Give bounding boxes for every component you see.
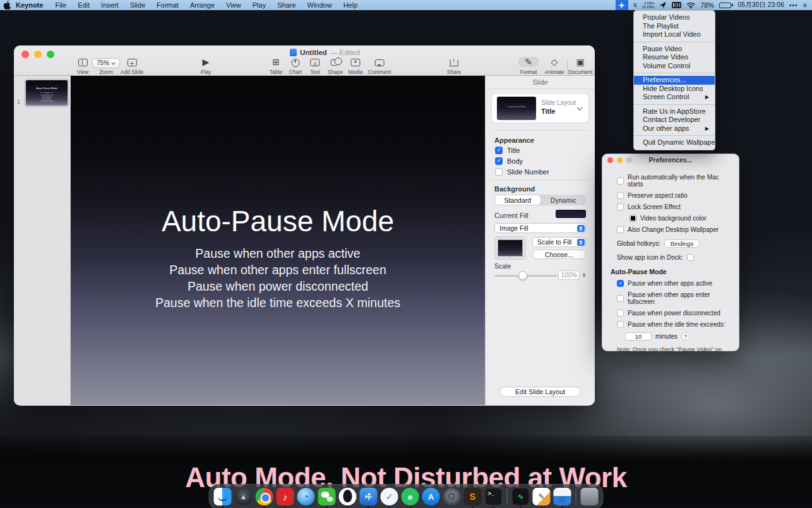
menu-item-pause-video[interactable]: Pause Video [634, 45, 715, 54]
checkbox-pause-fullscreen[interactable] [617, 295, 624, 302]
menu-help[interactable]: Help [338, 0, 364, 10]
menu-clock[interactable]: 05月30日 23:06 [738, 1, 785, 9]
menu-item-the-playlist[interactable]: The Playlist [634, 22, 715, 31]
toolbar-add-slide[interactable]: Add Slide [121, 57, 143, 75]
dock-ticktick-icon[interactable]: ✓ [381, 488, 398, 505]
dock-chrome-icon[interactable] [256, 488, 273, 505]
pref-run-at-start[interactable]: Run automatically when the Mac starts [617, 174, 732, 188]
dock-netease-music-icon[interactable]: ♪ [277, 488, 294, 505]
menu-item-volume-control[interactable]: Volume Control [634, 62, 715, 71]
segment-dynamic[interactable]: Dynamic [541, 195, 587, 205]
menu-share[interactable]: Share [272, 0, 301, 10]
scale-mode-select[interactable]: Scale to Fill [532, 237, 586, 247]
close-button[interactable] [607, 157, 613, 163]
checkbox-body-box[interactable] [495, 157, 503, 165]
checkbox-pause-idle[interactable] [617, 321, 624, 328]
color-well[interactable] [630, 215, 636, 222]
dock-wechat-icon[interactable] [318, 488, 336, 505]
zoom-button[interactable] [47, 51, 54, 58]
checkbox-dock-icon[interactable] [687, 254, 694, 261]
toolbar-table[interactable]: ⊞ Table [270, 57, 282, 75]
menu-edit[interactable]: Edit [72, 0, 95, 10]
menu-insert[interactable]: Insert [95, 0, 124, 10]
dock-system-preferences-icon[interactable]: ⚙ [443, 488, 461, 505]
checkbox-lock-screen-effect[interactable] [617, 203, 624, 210]
scale-value-field[interactable] [558, 270, 580, 280]
slide-layout-card[interactable]: Lorem Ipsum Dolor Slide Layout Title [491, 93, 589, 123]
inspector-tab-slide[interactable]: Slide [486, 76, 595, 89]
image-fill-well[interactable] [494, 236, 526, 260]
toolbar-view[interactable]: View [77, 57, 88, 75]
pref-pause-idle[interactable]: Pause when the idle time exceeds: [617, 321, 732, 328]
dock-text-editor-icon[interactable]: ✎ [533, 488, 551, 505]
pref-pause-power[interactable]: Pause when power disconnected [617, 310, 732, 317]
menu-arrange[interactable]: Arrange [184, 0, 220, 10]
dock-terminal-icon[interactable]: >_ [485, 488, 503, 505]
apple-menu-icon[interactable] [0, 1, 14, 9]
menu-format[interactable]: Format [151, 0, 184, 10]
minimize-button[interactable] [617, 157, 623, 163]
menu-item-import-local-video[interactable]: Import Local Video [634, 30, 715, 39]
pref-also-change-wallpaper[interactable]: Also Change Desktop Wallpaper [617, 226, 732, 233]
toolbar-text[interactable]: Text [310, 57, 320, 75]
pref-pause-fullscreen[interactable]: Pause when other apps enter fullscreen [617, 291, 732, 305]
menu-file[interactable]: File [49, 0, 72, 10]
document-proxy-icon[interactable] [290, 49, 297, 56]
dock-evernote-icon[interactable]: e [402, 488, 419, 505]
fill-type-select[interactable]: Image Fill [494, 223, 586, 233]
pref-preserve-aspect[interactable]: Preserve aspect ratio [617, 192, 732, 199]
scale-stepper-icon[interactable] [581, 270, 587, 280]
checkbox-body[interactable]: Body [495, 157, 523, 165]
menu-item-screen-control[interactable]: Screen Control▶ [634, 93, 715, 102]
dock-keynote-icon[interactable]: ▥ [554, 488, 571, 505]
pref-pause-apps-active[interactable]: Pause when other apps active [617, 280, 732, 287]
scale-slider-knob[interactable] [518, 271, 527, 280]
notification-center-icon[interactable]: ≡ [803, 1, 807, 9]
battery-icon[interactable] [719, 3, 733, 8]
toolbar-play[interactable]: ▶ Play [201, 57, 212, 75]
dock-trash-icon[interactable] [581, 488, 599, 505]
slide-thumbnail-selected[interactable]: Auto-Pause Mode Pause when other apps ac… [24, 78, 69, 107]
current-fill-swatch[interactable] [556, 210, 586, 218]
toolbar-zoom[interactable]: 75% Zoom [92, 57, 120, 75]
menu-item-popular-videos[interactable]: Popular Videos [634, 13, 715, 22]
choose-image-button[interactable]: Choose... [532, 250, 586, 259]
toolbar-share[interactable]: Share [447, 57, 462, 75]
help-button[interactable]: ? [681, 332, 690, 341]
menu-item-resume-video[interactable]: Resume Video [634, 53, 715, 62]
dynamic-wallpaper-menu-icon[interactable] [616, 0, 628, 10]
menu-window[interactable]: Window [302, 0, 338, 10]
checkbox-pause-apps-active[interactable] [617, 280, 624, 287]
menu-item-hide-desktop-icons[interactable]: Hide Desktop Icons [634, 85, 715, 94]
slide-canvas[interactable]: Auto-Pause Mode Pause when other apps ac… [71, 76, 485, 405]
more-status-icon[interactable]: ••• [789, 2, 798, 9]
checkbox-title-box[interactable] [495, 147, 503, 154]
dock-app-store-icon[interactable]: A [422, 488, 440, 505]
slide-title[interactable]: Auto-Pause Mode [71, 204, 485, 238]
dock-browser-app-icon[interactable]: ◔ [297, 488, 315, 505]
checkbox-slide-number-box[interactable] [495, 168, 503, 176]
dock-xcode-icon[interactable]: ⚒ [360, 488, 378, 505]
dock-finder-icon[interactable] [214, 488, 232, 505]
toolbar-document[interactable]: ▣ Document [568, 57, 593, 75]
toolbar-media[interactable]: Media [348, 57, 362, 75]
toolbar-chart[interactable]: Chart [289, 57, 302, 75]
menu-item-rate-us[interactable]: Rate Us in AppStore [634, 107, 715, 116]
dock-launchpad-icon[interactable]: ▲ [235, 488, 253, 505]
dock-sublime-text-icon[interactable]: S [464, 488, 482, 505]
segment-standard[interactable]: Standard [494, 195, 541, 205]
zoom-value-button[interactable]: 75% [92, 58, 120, 68]
pref-video-bg-color[interactable]: Video background color [630, 215, 732, 222]
dock-activity-monitor-icon[interactable]: ∿ [512, 488, 530, 505]
menu-slide[interactable]: Slide [124, 0, 151, 10]
checkbox-also-change-wallpaper[interactable] [617, 226, 624, 233]
input-source-icon[interactable] [672, 2, 681, 8]
pref-lock-screen-effect[interactable]: Lock Screen Effect [617, 203, 732, 210]
close-button[interactable] [21, 51, 29, 58]
checkbox-title[interactable]: Title [495, 147, 520, 154]
edit-slide-layout-button[interactable]: Edit Slide Layout [499, 387, 581, 397]
menu-play[interactable]: Play [247, 0, 272, 10]
menu-view[interactable]: View [220, 0, 247, 10]
minutes-field[interactable] [625, 332, 652, 341]
menu-item-quit[interactable]: Quit Dynamic Wallpaper [634, 138, 715, 147]
